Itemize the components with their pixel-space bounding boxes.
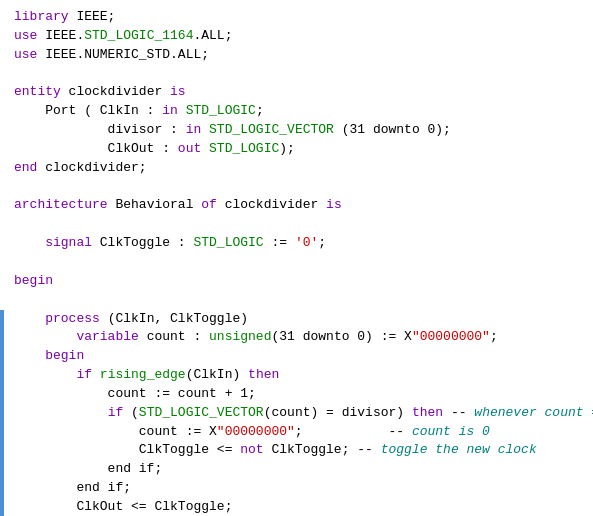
line-text: end if;	[4, 479, 131, 498]
line-text: ClkToggle <= not ClkToggle; -- toggle th…	[4, 441, 537, 460]
code-token: count := count + 1;	[14, 386, 256, 401]
code-line	[0, 65, 593, 84]
line-text: architecture Behavioral of clockdivider …	[4, 196, 342, 215]
code-token: toggle the new clock	[381, 442, 537, 457]
code-line	[0, 291, 593, 310]
code-token: count is 0	[412, 424, 490, 439]
line-text: if rising_edge(ClkIn) then	[4, 366, 279, 385]
code-token: '0'	[295, 235, 318, 250]
code-token: then	[412, 405, 443, 420]
code-token: if	[14, 367, 92, 382]
code-token: ; --	[295, 424, 412, 439]
code-token: in	[186, 122, 202, 137]
code-line: use IEEE.NUMERIC_STD.ALL;	[0, 46, 593, 65]
line-text: variable count : unsigned(31 downto 0) :…	[4, 328, 498, 347]
code-token: count :	[139, 329, 209, 344]
code-token: process	[14, 311, 100, 326]
code-token: (31 downto 0);	[334, 122, 451, 137]
code-container: library IEEE;use IEEE.STD_LOGIC_1164.ALL…	[0, 0, 593, 516]
line-text: count := count + 1;	[4, 385, 256, 404]
code-token: use	[14, 28, 37, 43]
code-token: ClkToggle <=	[14, 442, 240, 457]
code-token: library	[14, 9, 69, 24]
code-token: out	[178, 141, 201, 156]
code-token: signal	[14, 235, 92, 250]
code-token: STD_LOGIC_VECTOR	[139, 405, 264, 420]
code-token: IEEE.NUMERIC_STD.ALL;	[37, 47, 209, 62]
line-text: if (STD_LOGIC_VECTOR(count) = divisor) t…	[4, 404, 593, 423]
code-token: ;	[490, 329, 498, 344]
line-text: ClkOut <= ClkToggle;	[4, 498, 232, 516]
code-token: ClkToggle; --	[264, 442, 381, 457]
line-text: Port ( ClkIn : in STD_LOGIC;	[4, 102, 264, 121]
code-line: if rising_edge(ClkIn) then	[0, 366, 593, 385]
code-token: count := X	[14, 424, 217, 439]
code-token: begin	[14, 273, 53, 288]
code-token: --	[443, 405, 474, 420]
code-token	[178, 103, 186, 118]
code-line: ClkOut : out STD_LOGIC);	[0, 140, 593, 159]
code-line	[0, 253, 593, 272]
code-line	[0, 178, 593, 197]
code-token: not	[240, 442, 263, 457]
code-token: is	[326, 197, 342, 212]
code-line: variable count : unsigned(31 downto 0) :…	[0, 328, 593, 347]
code-token: ClkToggle :	[92, 235, 193, 250]
code-token: architecture	[14, 197, 108, 212]
code-token: use	[14, 47, 37, 62]
code-line	[0, 215, 593, 234]
code-token: clockdivider	[217, 197, 326, 212]
line-text: process (ClkIn, ClkToggle)	[4, 310, 248, 329]
code-token: end if;	[14, 461, 162, 476]
line-text: count := X"00000000"; -- count is 0	[4, 423, 490, 442]
code-token: STD_LOGIC	[209, 141, 279, 156]
line-text: use IEEE.NUMERIC_STD.ALL;	[4, 46, 209, 65]
line-text: ClkOut : out STD_LOGIC);	[4, 140, 295, 159]
line-text: end clockdivider;	[4, 159, 147, 178]
code-line: count := count + 1;	[0, 385, 593, 404]
line-text: divisor : in STD_LOGIC_VECTOR (31 downto…	[4, 121, 451, 140]
code-line: end if;	[0, 460, 593, 479]
code-token: );	[279, 141, 295, 156]
code-token: (	[123, 405, 139, 420]
code-token: Port ( ClkIn :	[14, 103, 162, 118]
code-token: IEEE;	[69, 9, 116, 24]
code-token	[92, 367, 100, 382]
line-text: begin	[4, 272, 53, 291]
code-token: (31 downto 0) := X	[271, 329, 411, 344]
code-token: .ALL;	[193, 28, 232, 43]
code-token: STD_LOGIC_1164	[84, 28, 193, 43]
code-line: begin	[0, 347, 593, 366]
code-line: library IEEE;	[0, 8, 593, 27]
code-line: architecture Behavioral of clockdivider …	[0, 196, 593, 215]
code-line: if (STD_LOGIC_VECTOR(count) = divisor) t…	[0, 404, 593, 423]
code-token: of	[201, 197, 217, 212]
code-line: count := X"00000000"; -- count is 0	[0, 423, 593, 442]
line-text: entity clockdivider is	[4, 83, 186, 102]
code-token: end if;	[14, 480, 131, 495]
code-token: then	[248, 367, 279, 382]
code-token: begin	[14, 348, 84, 363]
code-token: end	[14, 160, 37, 175]
code-token	[201, 141, 209, 156]
code-token: :=	[264, 235, 295, 250]
code-token: ;	[318, 235, 326, 250]
code-token: clockdivider;	[37, 160, 146, 175]
code-token: "00000000"	[217, 424, 295, 439]
line-text: end if;	[4, 460, 162, 479]
code-token: (ClkIn, ClkToggle)	[100, 311, 248, 326]
code-line: end if;	[0, 479, 593, 498]
code-line: begin	[0, 272, 593, 291]
code-token: "00000000"	[412, 329, 490, 344]
code-token: STD_LOGIC_VECTOR	[209, 122, 334, 137]
code-token: ;	[256, 103, 264, 118]
code-line: process (ClkIn, ClkToggle)	[0, 310, 593, 329]
code-token: variable	[14, 329, 139, 344]
code-token: whenever count = divisor	[474, 405, 593, 420]
line-text: signal ClkToggle : STD_LOGIC := '0';	[4, 234, 326, 253]
code-token: ClkOut <= ClkToggle;	[14, 499, 232, 514]
code-token	[14, 405, 108, 420]
code-token: (count) = divisor)	[264, 405, 412, 420]
code-token: is	[170, 84, 186, 99]
line-text: begin	[4, 347, 84, 366]
